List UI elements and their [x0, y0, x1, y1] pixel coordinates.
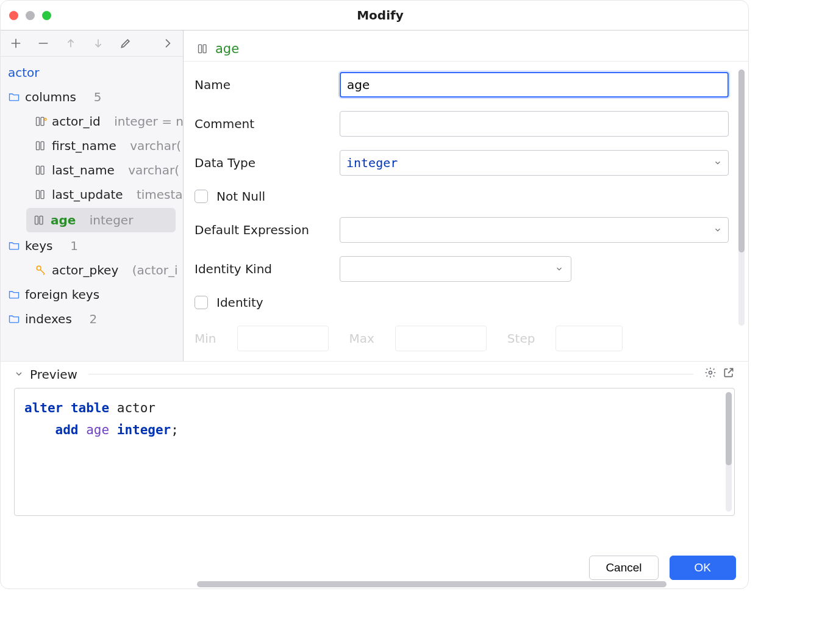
min-label: Min: [195, 331, 216, 346]
group-count: 1: [70, 234, 78, 258]
open-external-icon[interactable]: [723, 367, 735, 382]
group-count: 5: [94, 85, 102, 109]
svg-rect-10: [40, 216, 43, 224]
tree-group-indexes[interactable]: indexes 2: [2, 307, 182, 331]
defaultexpr-label: Default Expression: [195, 223, 335, 237]
folder-icon: [8, 91, 20, 103]
notnull-label: Not Null: [216, 189, 265, 204]
title-bar: Modify: [1, 1, 748, 30]
breadcrumb-column-name: age: [215, 41, 239, 56]
remove-icon[interactable]: [37, 37, 49, 50]
tree-key-item[interactable]: actor_pkey (actor_i: [2, 258, 182, 282]
column-name: last_name: [52, 158, 115, 182]
chevron-right-icon[interactable]: [162, 37, 174, 50]
notnull-checkbox[interactable]: [195, 190, 208, 203]
column-icon: [197, 43, 209, 55]
cancel-button[interactable]: Cancel: [589, 556, 658, 580]
svg-rect-7: [37, 190, 40, 198]
name-label: Name: [195, 77, 335, 92]
gear-icon[interactable]: [704, 367, 717, 382]
datatype-label: Data Type: [195, 156, 335, 170]
column-icon: [35, 140, 47, 152]
svg-rect-3: [37, 141, 40, 149]
preview-scrollbar[interactable]: [726, 392, 732, 512]
folder-icon: [8, 240, 20, 252]
preview-label: Preview: [30, 367, 77, 382]
max-input[interactable]: [395, 326, 487, 351]
datatype-combobox[interactable]: integer: [340, 150, 729, 176]
svg-rect-4: [41, 141, 44, 149]
comment-input[interactable]: [340, 111, 729, 137]
tree-column-item[interactable]: first_name varchar(: [2, 134, 182, 158]
column-type: integer: [90, 208, 134, 232]
column-type: varchar(: [128, 158, 179, 182]
group-label: keys: [25, 234, 52, 258]
column-name: first_name: [52, 134, 116, 158]
svg-rect-0: [37, 117, 40, 125]
move-up-icon: [64, 37, 77, 50]
chevron-down-icon[interactable]: [14, 367, 24, 382]
tree-group-fkeys[interactable]: foreign keys: [2, 282, 182, 307]
max-label: Max: [349, 331, 374, 346]
preview-section: Preview alter table actor add age intege…: [1, 362, 748, 516]
form-horizontal-scrollbar[interactable]: [197, 581, 667, 587]
chevron-down-icon: [713, 156, 722, 170]
identity-checkbox[interactable]: [195, 296, 208, 309]
min-input[interactable]: [237, 326, 329, 351]
svg-rect-8: [41, 190, 44, 198]
step-label: Step: [507, 331, 535, 346]
tree-column-item-selected[interactable]: age integer: [26, 208, 176, 232]
tree-root-label: actor: [8, 60, 40, 85]
svg-rect-5: [37, 166, 40, 174]
name-input[interactable]: [340, 72, 729, 98]
tree-column-item[interactable]: last_name varchar(: [2, 158, 182, 182]
identity-range-row: Min Max Step: [195, 326, 729, 351]
column-icon: [35, 164, 47, 176]
column-name: actor_id: [52, 109, 101, 134]
column-type: varchar(: [130, 134, 181, 158]
svg-rect-9: [35, 216, 38, 224]
svg-rect-1: [41, 117, 44, 125]
tree-column-item[interactable]: last_update timesta: [2, 182, 182, 207]
tree-root[interactable]: actor: [2, 60, 182, 85]
identitykind-label: Identity Kind: [195, 262, 335, 276]
column-pk-icon: [35, 115, 47, 127]
column-name: age: [51, 208, 76, 232]
column-name: last_update: [52, 182, 123, 207]
svg-point-11: [37, 266, 41, 270]
sql-preview[interactable]: alter table actor add age integer;: [14, 388, 735, 516]
column-icon: [35, 188, 47, 201]
tree-group-columns[interactable]: columns 5: [2, 85, 182, 109]
edit-icon[interactable]: [120, 37, 132, 50]
ok-button[interactable]: OK: [670, 556, 736, 580]
key-icon: [35, 264, 47, 276]
group-label: indexes: [25, 307, 72, 331]
svg-point-14: [709, 371, 712, 374]
add-icon[interactable]: [9, 37, 22, 50]
column-icon: [34, 214, 46, 226]
tree-group-keys[interactable]: keys 1: [2, 234, 182, 258]
key-name: actor_pkey: [52, 258, 118, 282]
datatype-value: integer: [346, 156, 398, 170]
column-type: timesta: [137, 182, 183, 207]
window-title: Modify: [21, 8, 740, 23]
form-panel: age Name Comment Data Type integer No: [184, 30, 748, 361]
identity-label: Identity: [216, 295, 263, 310]
svg-rect-12: [199, 45, 202, 52]
tree-list[interactable]: actor columns 5 actor_id integer = n fir…: [1, 57, 183, 335]
step-input[interactable]: [556, 326, 623, 351]
defaultexpr-combobox[interactable]: [340, 217, 729, 243]
folder-icon: [8, 288, 20, 301]
column-type: integer = n: [114, 109, 184, 134]
svg-point-2: [45, 118, 46, 120]
identitykind-select[interactable]: [340, 256, 571, 282]
dialog-footer: Cancel OK: [589, 556, 736, 580]
tree-column-item[interactable]: actor_id integer = n: [2, 109, 182, 134]
group-label: columns: [25, 85, 76, 109]
form-vertical-scrollbar[interactable]: [738, 70, 745, 326]
svg-rect-13: [203, 45, 206, 52]
close-window-button[interactable]: [9, 11, 18, 20]
move-down-icon: [92, 37, 105, 50]
group-label: foreign keys: [25, 282, 99, 307]
comment-label: Comment: [195, 116, 335, 131]
